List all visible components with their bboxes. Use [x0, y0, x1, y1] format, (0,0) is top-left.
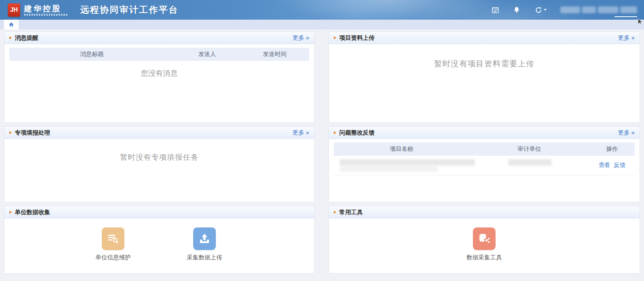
col-project-name: 项目名称: [334, 145, 469, 153]
unit-data-launchers: 单位信息维护 采集数据上传: [4, 219, 314, 262]
panel-project-upload-header: 项目资料上传 更多 »: [329, 32, 640, 44]
more-link[interactable]: 更多 »: [618, 129, 635, 137]
app-header: JH 建华控股 远程协同审计工作平台: [0, 0, 644, 20]
user-link-underline: [615, 16, 637, 17]
table-row: 查看 反馈: [334, 156, 635, 175]
launcher-label: 单位信息维护: [95, 253, 131, 262]
brand-name: 建华控股: [24, 4, 67, 13]
col-send-time: 发送时间: [240, 50, 309, 58]
redacted-text: [598, 6, 618, 13]
launcher-data-collection-tool[interactable]: 数据采集工具: [454, 227, 514, 262]
mouse-cursor: [638, 18, 643, 27]
feedback-link[interactable]: 反馈: [614, 161, 626, 169]
panel-tools: 常用工具: [328, 206, 640, 274]
calendar-icon[interactable]: [491, 6, 499, 14]
panel-project-upload: 项目资料上传 更多 » 暂时没有项目资料需要上传: [328, 31, 640, 123]
panel-special-report: 专项填报处理 更多 » 暂时没有专项填报任务: [4, 126, 315, 202]
brand-logo: JH: [8, 3, 20, 17]
panel-title: 消息提醒: [15, 34, 38, 42]
row-operations: 查看 反馈: [589, 161, 635, 169]
redacted-text: [582, 6, 596, 13]
tab-bar: [0, 20, 644, 29]
triangle-icon: [334, 211, 336, 214]
launcher-label: 采集数据上传: [187, 253, 222, 262]
panel-title: 专项填报处理: [15, 129, 50, 137]
more-link[interactable]: 更多 »: [618, 34, 635, 42]
panel-title: 问题整改反馈: [339, 129, 375, 137]
panel-tools-header: 常用工具: [329, 206, 640, 219]
redacted-project-name: [340, 167, 438, 172]
launcher-label: 数据采集工具: [467, 253, 502, 262]
view-link[interactable]: 查看: [599, 161, 611, 169]
col-operation: 操作: [589, 145, 635, 153]
panel-title: 单位数据收集: [15, 208, 50, 217]
col-audit-unit: 审计单位: [469, 145, 589, 153]
app-root: JH 建华控股 远程协同审计工作平台: [0, 0, 644, 281]
messages-table-header: 消息标题 发送人 发送时间: [9, 48, 309, 61]
chevron-down-icon: [544, 9, 547, 11]
brand-block: 建华控股: [24, 4, 67, 16]
user-account-redacted[interactable]: [560, 6, 637, 13]
rectification-table-header: 项目名称 审计单位 操作: [334, 142, 635, 156]
doc-search-icon: [102, 227, 124, 250]
more-link[interactable]: 更多 »: [293, 34, 309, 42]
panel-messages: 消息提醒 更多 » 消息标题 发送人 发送时间 您没有消息: [4, 31, 315, 123]
triangle-icon: [334, 131, 336, 134]
panel-title: 常用工具: [339, 208, 363, 217]
more-link[interactable]: 更多 »: [293, 129, 309, 137]
database-share-icon: [473, 227, 496, 250]
refresh-control[interactable]: [534, 6, 547, 14]
col-sender: 发送人: [175, 50, 240, 58]
panel-special-report-header: 专项填报处理 更多 »: [4, 127, 314, 139]
panel-rectification-header: 问题整改反馈 更多 »: [329, 127, 640, 139]
brand-subtext: [24, 14, 67, 16]
upload-icon: [193, 227, 216, 250]
project-upload-empty-text: 暂时没有项目资料需要上传: [329, 59, 640, 69]
launcher-collected-data-upload[interactable]: 采集数据上传: [175, 227, 234, 262]
panel-unit-data: 单位数据收集 单位信息维护: [4, 206, 315, 274]
triangle-icon: [9, 131, 12, 134]
messages-empty-text: 您没有消息: [4, 69, 314, 78]
header-actions: [491, 6, 637, 14]
panel-messages-header: 消息提醒 更多 »: [4, 32, 314, 44]
tab-home[interactable]: [4, 20, 19, 29]
triangle-icon: [9, 211, 12, 214]
bell-icon[interactable]: [513, 6, 521, 14]
tools-launchers: 数据采集工具: [329, 219, 640, 262]
redacted-project-name: [340, 159, 475, 166]
redacted-text: [620, 6, 637, 13]
col-message-title: 消息标题: [9, 50, 175, 58]
panel-unit-data-header: 单位数据收集: [4, 206, 314, 219]
redacted-text: [560, 6, 580, 13]
triangle-icon: [334, 36, 336, 39]
special-report-empty-text: 暂时没有专项填报任务: [4, 153, 314, 162]
panel-rectification: 问题整改反馈 更多 » 项目名称 审计单位 操作 查看 反馈: [328, 126, 640, 202]
dashboard: 消息提醒 更多 » 消息标题 发送人 发送时间 您没有消息 项目资料上传 更多 …: [0, 29, 644, 274]
triangle-icon: [9, 36, 12, 39]
refresh-icon: [534, 6, 542, 14]
redacted-audit-unit: [508, 159, 552, 166]
app-title: 远程协同审计工作平台: [80, 4, 178, 16]
home-icon: [8, 22, 14, 28]
panel-title: 项目资料上传: [339, 34, 375, 42]
launcher-unit-info-maintenance[interactable]: 单位信息维护: [83, 227, 143, 262]
